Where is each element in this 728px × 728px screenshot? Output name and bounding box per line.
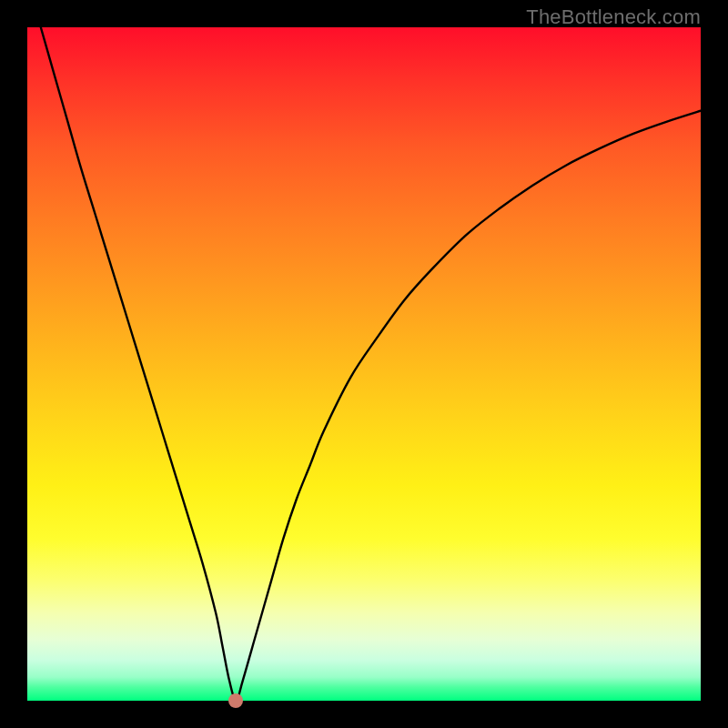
bottleneck-curve	[27, 27, 701, 701]
attribution-watermark: TheBottleneck.com	[526, 5, 701, 29]
plot-background	[27, 27, 701, 701]
minimum-point-marker	[228, 693, 243, 708]
chart-canvas: TheBottleneck.com	[0, 0, 728, 728]
